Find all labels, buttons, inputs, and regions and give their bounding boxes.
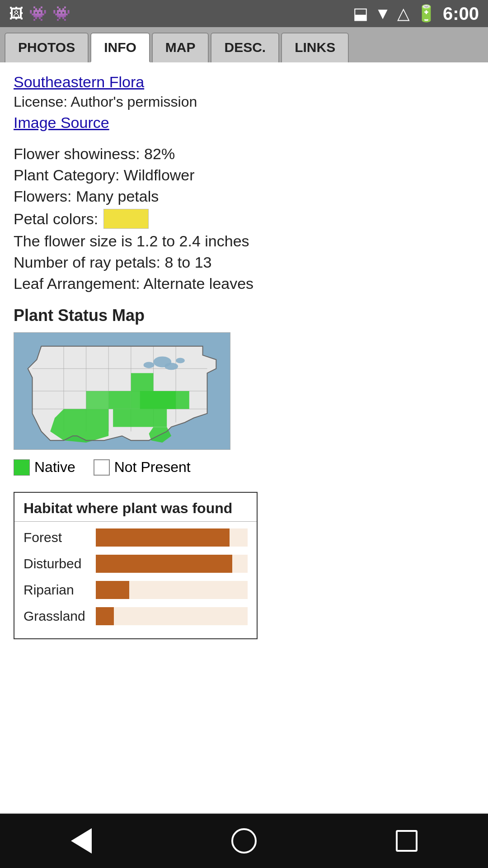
svg-point-13 bbox=[144, 362, 155, 368]
image-icon: 🖼 bbox=[9, 5, 23, 22]
bluetooth-icon: ⬓ bbox=[353, 4, 368, 23]
habitat-bar-bg bbox=[96, 581, 248, 599]
habitat-bar-bg bbox=[96, 607, 248, 625]
plant-category: Plant Category: Wildflower bbox=[14, 166, 474, 184]
wifi-icon: ▼ bbox=[375, 4, 391, 23]
habitat-bar-bg bbox=[96, 528, 248, 547]
habitat-bar-fill bbox=[96, 581, 129, 599]
svg-point-14 bbox=[176, 358, 185, 363]
home-button[interactable] bbox=[226, 823, 262, 859]
flower-showiness: Flower showiness: 82% bbox=[14, 145, 474, 163]
not-present-label: Not Present bbox=[114, 459, 191, 476]
habitat-label: Forest bbox=[23, 530, 96, 545]
habitat-table-title: Habitat where plant was found bbox=[14, 493, 257, 522]
tab-links[interactable]: LINKS bbox=[281, 33, 349, 62]
back-button[interactable] bbox=[63, 823, 99, 859]
legend-not-present: Not Present bbox=[94, 459, 191, 476]
native-label: Native bbox=[34, 459, 75, 476]
signal-icon: △ bbox=[397, 4, 410, 23]
habitat-row: Disturbed bbox=[23, 552, 248, 575]
status-time: 6:00 bbox=[443, 4, 479, 24]
not-present-color-box bbox=[94, 459, 110, 476]
recents-button[interactable] bbox=[389, 823, 425, 859]
status-right-icons: ⬓ ▼ △ 🔋 6:00 bbox=[353, 4, 479, 24]
svg-rect-15 bbox=[131, 373, 154, 391]
tab-info[interactable]: INFO bbox=[90, 33, 150, 62]
svg-rect-18 bbox=[113, 409, 167, 427]
habitat-label: Riparian bbox=[23, 582, 96, 598]
bottom-nav bbox=[0, 814, 488, 868]
flower-size: The flower size is 1.2 to 2.4 inches bbox=[14, 232, 474, 250]
habitat-bar-fill bbox=[96, 607, 114, 625]
plant-status-map[interactable] bbox=[14, 332, 230, 450]
flowers-info: Flowers: Many petals bbox=[14, 188, 474, 205]
habitat-label: Disturbed bbox=[23, 556, 96, 571]
recents-icon bbox=[396, 830, 418, 852]
svg-point-12 bbox=[164, 363, 178, 370]
native-color-box bbox=[14, 459, 30, 476]
habitat-row: Riparian bbox=[23, 579, 248, 601]
tab-bar: PHOTOS INFO MAP DESC. LINKS bbox=[0, 27, 488, 62]
habitat-row: Forest bbox=[23, 526, 248, 549]
habitat-row: Grassland bbox=[23, 605, 248, 627]
habitat-rows: Forest Disturbed Riparian Grassland bbox=[14, 522, 257, 638]
ray-petals: Number of ray petals: 8 to 13 bbox=[14, 254, 474, 271]
habitat-label: Grassland bbox=[23, 609, 96, 624]
svg-rect-17 bbox=[131, 391, 189, 409]
home-icon bbox=[231, 828, 257, 854]
habitat-bar-bg bbox=[96, 555, 248, 573]
petal-colors: Petal colors: bbox=[14, 209, 474, 229]
android-icon2: 👾 bbox=[52, 5, 70, 22]
tab-photos[interactable]: PHOTOS bbox=[5, 33, 89, 62]
habitat-bar-fill bbox=[96, 555, 232, 573]
status-bar: 🖼 👾 👾 ⬓ ▼ △ 🔋 6:00 bbox=[0, 0, 488, 27]
back-icon bbox=[71, 828, 92, 854]
legend-native: Native bbox=[14, 459, 75, 476]
habitat-bar-fill bbox=[96, 528, 230, 547]
license-text: License: Author's permission bbox=[14, 94, 474, 110]
tab-desc[interactable]: DESC. bbox=[211, 33, 279, 62]
plant-info-section: Flower showiness: 82% Plant Category: Wi… bbox=[14, 145, 474, 292]
android-icon: 👾 bbox=[29, 5, 47, 22]
content-area: Southeastern Flora License: Author's per… bbox=[0, 62, 488, 813]
status-left-icons: 🖼 👾 👾 bbox=[9, 5, 70, 22]
battery-icon: 🔋 bbox=[416, 4, 436, 23]
petal-color-swatch bbox=[103, 209, 149, 229]
southeastern-flora-link[interactable]: Southeastern Flora bbox=[14, 73, 474, 91]
leaf-arrangement: Leaf Arrangement: Alternate leaves bbox=[14, 275, 474, 292]
plant-status-map-title: Plant Status Map bbox=[14, 306, 474, 325]
map-legend: Native Not Present bbox=[14, 459, 474, 476]
svg-rect-21 bbox=[86, 391, 109, 409]
habitat-table: Habitat where plant was found Forest Dis… bbox=[14, 492, 258, 639]
svg-rect-20 bbox=[108, 391, 131, 409]
tab-map[interactable]: MAP bbox=[152, 33, 209, 62]
image-source-link[interactable]: Image Source bbox=[14, 114, 474, 132]
